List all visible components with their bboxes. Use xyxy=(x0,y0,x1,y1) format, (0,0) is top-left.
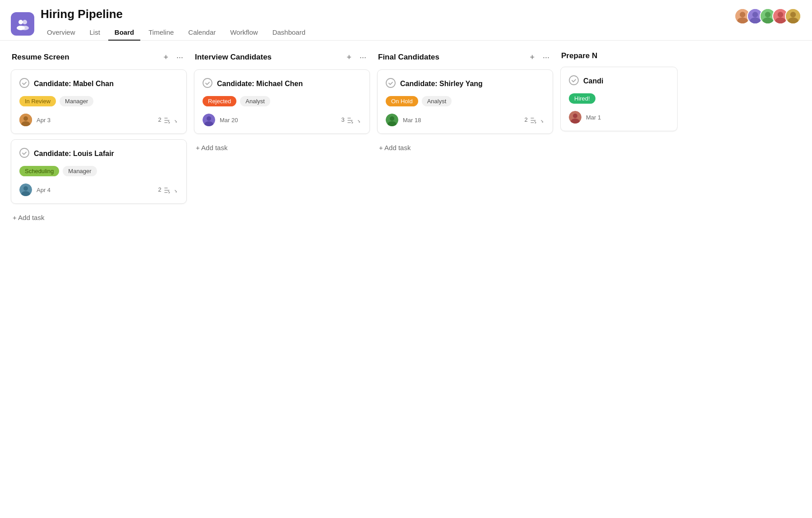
card-meta-left-michael: Mar 20 xyxy=(203,114,238,126)
card-shirley-yang[interactable]: Candidate: Shirley Yang On Hold Analyst … xyxy=(377,69,553,134)
card-title-shirley: Candidate: Shirley Yang xyxy=(400,80,483,88)
card-tags-shirley: On Hold Analyst xyxy=(386,96,544,106)
subtask-count-louis: 2 xyxy=(158,186,178,193)
card-footer-partial: Mar 1 xyxy=(569,111,669,124)
project-title: Hiring Pipeline xyxy=(41,7,801,21)
svg-point-19 xyxy=(20,78,29,87)
subtask-count-shirley: 2 xyxy=(525,116,544,124)
avatar-louis xyxy=(19,183,32,196)
card-meta-left-partial: Mar 1 xyxy=(569,111,601,124)
card-title-row-partial: Candi xyxy=(569,75,669,87)
card-title-row-mabel: Candidate: Mabel Chan xyxy=(19,78,178,90)
svg-point-14 xyxy=(778,12,783,17)
card-meta-right-shirley: 2 xyxy=(525,116,544,124)
svg-point-18 xyxy=(788,18,798,24)
svg-point-8 xyxy=(752,12,758,17)
tag-scheduling-louis[interactable]: Scheduling xyxy=(19,166,59,176)
card-meta-right-louis: 2 xyxy=(158,186,178,193)
tag-manager-mabel[interactable]: Manager xyxy=(60,96,93,106)
column-prepare-n: Prepare N Candi Hired! xyxy=(560,51,678,137)
column-header-prepare: Prepare N xyxy=(560,51,678,60)
card-meta-left-louis: Apr 4 xyxy=(19,183,51,196)
tab-dashboard[interactable]: Dashboard xyxy=(266,25,312,41)
card-footer-shirley: Mar 18 2 xyxy=(386,114,544,126)
card-date-shirley: Mar 18 xyxy=(403,117,421,124)
svg-point-1 xyxy=(23,20,27,24)
column-actions-final: + ··· xyxy=(527,51,552,63)
app-container: Hiring Pipeline Overview List Board Time… xyxy=(0,0,812,509)
column-title-prepare: Prepare N xyxy=(561,51,597,60)
avatar-michael xyxy=(203,114,215,126)
svg-point-21 xyxy=(23,116,28,121)
subtask-count-michael: 3 xyxy=(341,116,361,124)
svg-point-3 xyxy=(21,26,29,30)
column-menu-btn-interview[interactable]: ··· xyxy=(357,51,369,63)
svg-point-25 xyxy=(23,186,28,191)
column-add-btn-final[interactable]: + xyxy=(527,51,537,63)
column-menu-btn-final[interactable]: ··· xyxy=(540,51,552,63)
tag-manager-louis[interactable]: Manager xyxy=(63,166,97,176)
add-task-btn-interview[interactable]: + Add task xyxy=(194,139,370,156)
card-tags-michael: Rejected Analyst xyxy=(203,96,361,106)
svg-point-11 xyxy=(765,12,770,17)
tab-board[interactable]: Board xyxy=(108,25,140,41)
card-title-row-michael: Candidate: Michael Chen xyxy=(203,78,361,90)
card-title-row-louis: Candidate: Louis Lafair xyxy=(19,148,178,160)
check-icon-shirley xyxy=(386,78,396,90)
tab-workflow[interactable]: Workflow xyxy=(224,25,264,41)
svg-point-5 xyxy=(740,12,745,17)
card-meta-right-michael: 3 xyxy=(341,116,361,124)
tag-analyst-shirley[interactable]: Analyst xyxy=(422,96,452,106)
card-mabel-chan[interactable]: Candidate: Mabel Chan In Review Manager … xyxy=(11,69,187,134)
avatar-partial xyxy=(569,111,581,124)
avatar-mabel xyxy=(19,114,32,126)
card-footer-mabel: Apr 3 2 xyxy=(19,114,178,126)
card-partial[interactable]: Candi Hired! Mar 1 xyxy=(560,67,678,131)
column-add-btn-resume[interactable]: + xyxy=(161,51,171,63)
check-icon-michael xyxy=(203,78,212,90)
column-header-interview: Interview Candidates + ··· xyxy=(194,51,370,63)
column-interview-candidates: Interview Candidates + ··· Candidate: Mi… xyxy=(194,51,370,156)
svg-point-27 xyxy=(203,78,212,87)
check-icon-mabel xyxy=(19,78,29,90)
svg-point-29 xyxy=(207,116,211,121)
svg-point-9 xyxy=(750,18,760,24)
svg-point-15 xyxy=(775,18,785,24)
card-michael-chen[interactable]: Candidate: Michael Chen Rejected Analyst… xyxy=(194,69,370,134)
svg-point-6 xyxy=(737,18,747,24)
subtask-count-mabel: 2 xyxy=(158,116,178,124)
svg-point-17 xyxy=(790,12,796,17)
avatar-stack xyxy=(734,8,801,24)
column-title-resume: Resume Screen xyxy=(12,53,69,62)
header-title-area: Hiring Pipeline Overview List Board Time… xyxy=(41,7,801,40)
svg-point-0 xyxy=(18,20,23,24)
tab-list[interactable]: List xyxy=(83,25,106,41)
card-title-mabel: Candidate: Mabel Chan xyxy=(34,80,114,88)
tab-calendar[interactable]: Calendar xyxy=(182,25,222,41)
tag-hired-partial[interactable]: Hired! xyxy=(569,93,595,104)
column-title-interview: Interview Candidates xyxy=(195,53,272,62)
tag-rejected-michael[interactable]: Rejected xyxy=(203,96,236,106)
column-final-candidates: Final Candidates + ··· Candidate: Shirle… xyxy=(377,51,553,156)
svg-point-12 xyxy=(762,18,773,24)
card-louis-lafair[interactable]: Candidate: Louis Lafair Scheduling Manag… xyxy=(11,139,187,204)
avatar-5 xyxy=(785,8,801,24)
tag-analyst-michael[interactable]: Analyst xyxy=(240,96,270,106)
tag-in-review-mabel[interactable]: In Review xyxy=(19,96,56,106)
card-tags-mabel: In Review Manager xyxy=(19,96,178,106)
tab-timeline[interactable]: Timeline xyxy=(142,25,180,41)
svg-point-35 xyxy=(569,76,578,85)
svg-point-31 xyxy=(386,78,395,87)
add-task-btn-final[interactable]: + Add task xyxy=(377,139,553,156)
tab-overview[interactable]: Overview xyxy=(41,25,82,41)
add-task-btn-resume[interactable]: + Add task xyxy=(11,209,187,226)
card-meta-right-mabel: 2 xyxy=(158,116,178,124)
svg-point-33 xyxy=(390,116,394,121)
check-icon-louis xyxy=(19,148,29,160)
card-meta-left-mabel: Apr 3 xyxy=(19,114,51,126)
tag-on-hold-shirley[interactable]: On Hold xyxy=(386,96,418,106)
column-add-btn-interview[interactable]: + xyxy=(344,51,354,63)
column-menu-btn-resume[interactable]: ··· xyxy=(174,51,186,63)
card-tags-partial: Hired! xyxy=(569,93,669,104)
column-resume-screen: Resume Screen + ··· Candidate: Mabel Cha… xyxy=(11,51,187,226)
